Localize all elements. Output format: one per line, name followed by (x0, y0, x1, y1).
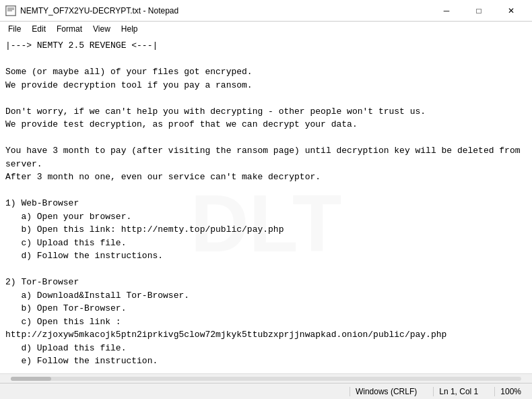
close-button[interactable]: ✕ (496, 3, 527, 19)
encoding-status: Windows (CRLF) (350, 387, 422, 396)
maximize-button[interactable]: □ (463, 3, 494, 19)
app-icon (5, 5, 16, 16)
menu-file[interactable]: File (3, 23, 26, 35)
text-editor-area[interactable]: DLT |---> NEMTY 2.5 REVENGE <---| Some (… (0, 36, 532, 373)
window-title: NEMTY_OF7X2YU-DECRYPT.txt - Notepad (20, 6, 178, 16)
menu-bar: File Edit Format View Help (0, 22, 532, 36)
position-status: Ln 1, Col 1 (433, 387, 484, 396)
menu-help[interactable]: Help (116, 23, 143, 35)
horizontal-scrollbar[interactable] (0, 373, 532, 383)
status-right: Windows (CRLF) Ln 1, Col 1 100% (350, 387, 527, 396)
window-controls: ─ □ ✕ (431, 3, 527, 19)
editor-text[interactable]: |---> NEMTY 2.5 REVENGE <---| Some (or m… (5, 39, 527, 373)
scrollbar-track (11, 377, 521, 381)
menu-format[interactable]: Format (51, 23, 88, 35)
zoom-status: 100% (494, 387, 527, 396)
scrollbar-thumb[interactable] (11, 377, 51, 381)
title-bar-left: NEMTY_OF7X2YU-DECRYPT.txt - Notepad (5, 5, 178, 16)
content-wrapper: DLT |---> NEMTY 2.5 REVENGE <---| Some (… (5, 39, 527, 373)
status-bar: Windows (CRLF) Ln 1, Col 1 100% (0, 383, 532, 399)
title-bar: NEMTY_OF7X2YU-DECRYPT.txt - Notepad ─ □ … (0, 0, 532, 22)
minimize-button[interactable]: ─ (431, 3, 462, 19)
menu-edit[interactable]: Edit (26, 23, 51, 35)
menu-view[interactable]: View (88, 23, 116, 35)
